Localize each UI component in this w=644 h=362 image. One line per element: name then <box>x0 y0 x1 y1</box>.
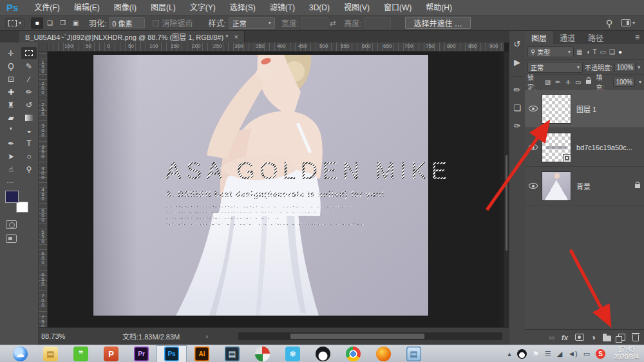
visibility-eye-icon[interactable] <box>529 183 538 189</box>
adjustment-layer-filter-icon[interactable]: ◑ <box>585 48 589 55</box>
foreground-color-swatch[interactable] <box>5 191 19 203</box>
screen-mode-button[interactable] <box>6 234 17 243</box>
status-chevron-icon[interactable]: › <box>205 332 208 340</box>
quick-selection-tool[interactable]: ✎ <box>21 60 37 72</box>
blur-tool[interactable]: ❜ <box>3 124 19 137</box>
move-tool[interactable]: ✛ <box>3 47 19 59</box>
smart-object-filter-icon[interactable]: ❏ <box>609 48 615 55</box>
eyedropper-tool[interactable]: ∕ <box>21 73 37 85</box>
actions-panel-icon[interactable]: ▶ <box>514 58 520 67</box>
qq-taskbar-icon[interactable] <box>308 345 338 362</box>
layer-row-2[interactable]: bd7c16c19a50c... <box>525 128 644 167</box>
gradient-tool[interactable] <box>21 111 37 124</box>
type-tool[interactable]: T <box>21 137 37 149</box>
security-flag-tray-icon[interactable]: ⚑ <box>533 350 539 358</box>
layer-thumbnail[interactable] <box>542 171 571 201</box>
menu-帮助H[interactable]: 帮助(H) <box>419 0 459 15</box>
horizontal-scrollbar[interactable] <box>238 332 502 340</box>
powerpoint-taskbar-icon[interactable]: P <box>96 345 126 362</box>
new-layer-button[interactable] <box>618 334 625 341</box>
crop-tool[interactable]: ⊡ <box>3 73 19 85</box>
edit-toolbar-ellipsis[interactable]: … <box>0 175 38 184</box>
image-canvas[interactable]: ASA GOLDEN MIKE &. DESIGN best design(de… <box>93 55 428 316</box>
fill-value[interactable]: 100% <box>613 77 635 87</box>
layer-name[interactable]: 背景 <box>576 181 635 191</box>
document-viewport[interactable]: ASA GOLDEN MIKE &. DESIGN best design(de… <box>48 52 500 327</box>
volume-tray-icon[interactable]: ◄) <box>568 350 578 357</box>
input-method-tray-icon[interactable]: ☰ <box>545 350 551 358</box>
menu-图像I[interactable]: 图像(I) <box>107 0 144 15</box>
file-explorer-taskbar-icon[interactable]: ▤ <box>35 345 66 362</box>
visibility-eye-icon[interactable] <box>529 106 538 111</box>
visibility-eye-icon[interactable] <box>529 144 538 150</box>
layer-styles-button[interactable]: fx <box>562 334 568 341</box>
lock-transparency-icon[interactable]: ▨ <box>545 79 551 86</box>
add-selection-mode-button[interactable]: ❏ <box>44 17 56 29</box>
spot-healing-brush-tool[interactable]: ✚ <box>3 86 19 98</box>
lock-artboard-icon[interactable]: ▭ <box>575 79 581 86</box>
menu-3DD[interactable]: 3D(D) <box>302 0 337 15</box>
layer-name[interactable]: bd7c16c19a50c... <box>576 144 640 151</box>
new-group-button[interactable] <box>603 334 611 341</box>
qq-tray-icon[interactable] <box>517 349 527 359</box>
new-selection-mode-button[interactable]: ■ <box>31 17 43 29</box>
qq-browser-taskbar-icon[interactable]: ☁ <box>5 345 35 362</box>
menu-图层L[interactable]: 图层(L) <box>144 0 183 15</box>
feather-input[interactable]: 0 像素 <box>109 17 145 28</box>
ellipse-tool[interactable]: ○ <box>21 150 37 162</box>
menu-窗口W[interactable]: 窗口(W) <box>377 0 419 15</box>
wechat-taskbar-icon[interactable]: ❞ <box>66 345 96 362</box>
add-layer-mask-button[interactable] <box>575 334 584 341</box>
zoom-tool[interactable]: ⚲ <box>21 163 37 175</box>
lock-move-icon[interactable]: ✛ <box>565 79 571 86</box>
menu-选择S[interactable]: 选择(S) <box>223 0 263 15</box>
layer-row-3[interactable]: 背景 <box>525 167 644 205</box>
clone-stamp-tool[interactable]: ♜ <box>3 99 19 111</box>
intersect-selection-mode-button[interactable]: ▣ <box>70 17 82 29</box>
history-panel-icon[interactable]: ↺ <box>514 40 521 49</box>
photoshop-taskbar-icon[interactable]: Ps <box>156 345 187 362</box>
hand-tool[interactable]: ☝ <box>3 163 19 175</box>
quick-mask-button[interactable] <box>6 220 17 229</box>
zoom-level[interactable]: 88.73% <box>41 332 86 340</box>
dodge-tool[interactable]: ◒ <box>21 124 37 137</box>
layer-name[interactable]: 图层 1 <box>576 104 640 114</box>
background-color-swatch[interactable] <box>16 202 28 213</box>
eraser-tool[interactable]: ▰ <box>3 111 19 124</box>
sogou-input-tray-icon[interactable]: S <box>596 349 605 359</box>
firefox-taskbar-icon[interactable] <box>368 345 399 362</box>
blue-app-taskbar-icon[interactable]: ❄ <box>278 345 308 362</box>
brush-settings-panel-icon[interactable]: ✑ <box>514 122 521 131</box>
filter-type-dropdown[interactable]: ⚲ 类型 ▾ <box>527 46 574 57</box>
swap-dimensions-icon[interactable]: ⇄ <box>330 19 336 28</box>
hidden-icons-expander[interactable]: ▴ <box>507 350 511 358</box>
blend-mode-dropdown[interactable]: 正常▾ <box>527 62 583 73</box>
chevron-down-icon[interactable]: ▾ <box>638 64 640 70</box>
link-layers-button[interactable]: ∞ <box>549 333 554 342</box>
vertical-scrollbar-thumb[interactable] <box>505 155 508 251</box>
tab-paths[interactable]: 路径 <box>582 31 610 44</box>
document-tab[interactable]: B_U85AB4~`J)892@]NLXHDR.png @ 88.7% (图层 … <box>19 31 245 43</box>
pixel-layer-filter-icon[interactable]: ▦ <box>576 48 582 55</box>
menu-编辑E[interactable]: 编辑(E) <box>67 0 107 15</box>
horizontal-scrollbar-thumb[interactable] <box>290 333 425 339</box>
close-tab-icon[interactable]: × <box>234 33 238 41</box>
lock-all-icon[interactable] <box>586 80 591 84</box>
notepad-taskbar-icon[interactable]: ▤ <box>399 345 429 362</box>
brushes-panel-icon[interactable]: ✏ <box>514 86 521 95</box>
menu-文字Y[interactable]: 文字(Y) <box>183 0 223 15</box>
tool-preset-dropdown[interactable]: ▾ <box>5 18 24 28</box>
network-signal-tray-icon[interactable]: ◢ <box>557 350 562 358</box>
antialias-checkbox[interactable] <box>153 20 159 26</box>
tab-layers[interactable]: 图层 <box>525 31 553 44</box>
shape-layer-filter-icon[interactable]: ▭ <box>600 48 606 55</box>
height-input[interactable] <box>364 17 391 28</box>
menu-滤镜T[interactable]: 滤镜(T) <box>263 0 302 15</box>
video-editor-taskbar-icon[interactable]: ▤ <box>217 345 247 362</box>
layer-thumbnail[interactable] <box>542 94 571 124</box>
type-layer-filter-icon[interactable]: T <box>593 48 597 55</box>
layer-thumbnail[interactable] <box>542 133 571 162</box>
width-input[interactable] <box>301 17 328 28</box>
pen-tool[interactable]: ✒ <box>3 137 19 149</box>
opacity-value[interactable]: 100% <box>614 62 636 72</box>
